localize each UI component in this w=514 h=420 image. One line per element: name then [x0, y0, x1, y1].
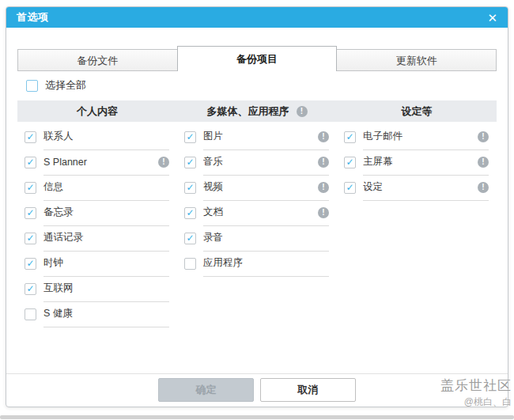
tab-update-software[interactable]: 更新软件 — [336, 49, 497, 71]
info-icon[interactable]: ! — [478, 131, 489, 142]
column-header-label: 个人内容 — [77, 104, 118, 119]
item-row-inner: 通话记录 — [43, 225, 169, 252]
column-personal-content: ✓ 联系人 ✓ S Planner ! ✓ 信息 ✓ 备忘录 ✓ 通话记录 — [17, 124, 177, 327]
dialog-title: 首选项 — [17, 10, 49, 25]
column-header-label: 多媒体、应用程序 — [207, 104, 289, 119]
item-row-inner: 图片 ! — [203, 124, 329, 150]
item-label: 通话记录 — [43, 231, 158, 244]
tab-backup-files[interactable]: 备份文件 — [17, 49, 178, 71]
item-label: 文档 — [203, 206, 318, 219]
item-row: 应用程序 — [184, 251, 329, 276]
item-row: ✓ 音乐 ! — [184, 149, 329, 175]
item-checkbox[interactable]: ✓ — [184, 157, 196, 168]
item-checkbox[interactable]: ✓ — [25, 258, 36, 270]
item-row-inner: 电子邮件 ! — [363, 124, 489, 150]
item-row-inner: 时钟 — [43, 251, 169, 277]
item-checkbox[interactable]: ✓ — [344, 131, 356, 143]
column-headers: 个人内容 多媒体、应用程序 ! 设定等 — [17, 100, 497, 122]
item-checkbox[interactable]: ✓ — [344, 182, 356, 194]
info-icon[interactable]: ! — [478, 182, 489, 193]
cancel-button[interactable]: 取消 — [260, 378, 356, 402]
ok-button[interactable]: 确定 — [158, 378, 254, 402]
item-checkbox[interactable]: ✓ — [25, 157, 36, 168]
item-label: 录音 — [203, 231, 318, 244]
item-row: ✓ S Planner ! — [25, 149, 169, 175]
item-row: ✓ 录音 — [184, 225, 329, 251]
item-row-inner: 设定 ! — [363, 175, 489, 201]
item-checkbox[interactable]: ✓ — [25, 182, 36, 194]
item-row: ✓ 图片 ! — [184, 124, 329, 149]
info-icon[interactable]: ! — [297, 106, 308, 117]
item-row: ✓ 主屏幕 ! — [344, 149, 489, 175]
column-header-label: 设定等 — [402, 104, 433, 119]
column-header-settings: 设定等 — [337, 104, 497, 119]
item-row: S 健康 — [25, 301, 169, 327]
info-icon[interactable]: ! — [478, 157, 489, 168]
item-label: 视频 — [203, 180, 318, 194]
select-all-row[interactable]: 选择全部 — [26, 78, 497, 93]
info-icon[interactable]: ! — [318, 207, 329, 218]
item-label: 时钟 — [43, 256, 158, 270]
item-row: ✓ 文档 ! — [184, 200, 329, 225]
item-checkbox[interactable] — [184, 258, 196, 270]
column-settings-etc: ✓ 电子邮件 ! ✓ 主屏幕 ! ✓ 设定 ! — [337, 124, 497, 327]
info-icon[interactable]: ! — [318, 131, 329, 142]
item-checkbox[interactable]: ✓ — [184, 131, 196, 143]
item-row-inner: 信息 — [43, 175, 169, 201]
item-row: ✓ 信息 — [25, 175, 169, 200]
item-checkbox[interactable]: ✓ — [184, 233, 196, 244]
item-row-inner: S 健康 — [43, 301, 169, 327]
item-label: 图片 — [203, 130, 318, 143]
item-label: 设定 — [363, 180, 478, 194]
item-label: 电子邮件 — [363, 130, 478, 143]
item-label: 联系人 — [43, 130, 158, 143]
column-header-multimedia: 多媒体、应用程序 ! — [177, 104, 337, 119]
item-label: 互联网 — [43, 282, 158, 295]
item-row: ✓ 通话记录 — [25, 225, 169, 251]
item-row: ✓ 设定 ! — [344, 175, 489, 200]
item-row: ✓ 备忘录 — [25, 200, 169, 225]
item-checkbox[interactable]: ✓ — [184, 207, 196, 219]
tab-backup-items[interactable]: 备份项目 — [177, 46, 338, 71]
info-icon[interactable]: ! — [158, 157, 169, 168]
item-row-inner: 联系人 — [43, 124, 169, 150]
item-label: 信息 — [43, 180, 158, 194]
column-header-personal: 个人内容 — [17, 104, 177, 119]
item-row-inner: 文档 ! — [203, 200, 329, 226]
item-checkbox[interactable]: ✓ — [25, 131, 36, 143]
preferences-dialog: 首选项 ✕ 备份文件 备份项目 更新软件 选择全部 个人内容 多媒体、应用程序 … — [6, 6, 508, 407]
item-row: ✓ 联系人 — [25, 124, 169, 149]
item-row: ✓ 时钟 — [25, 251, 169, 276]
item-checkbox[interactable]: ✓ — [25, 283, 36, 295]
item-label: S 健康 — [43, 307, 158, 320]
item-label: 应用程序 — [203, 256, 318, 270]
item-row-inner: 音乐 ! — [203, 149, 329, 176]
select-all-label: 选择全部 — [45, 78, 86, 93]
item-checkbox[interactable]: ✓ — [25, 207, 36, 219]
item-row-inner: 主屏幕 ! — [363, 149, 489, 176]
item-row-inner: 视频 ! — [203, 175, 329, 201]
page-bottom-divider — [0, 415, 514, 419]
select-all-checkbox[interactable] — [26, 80, 38, 92]
item-label: 备忘录 — [43, 206, 158, 219]
item-checkbox[interactable]: ✓ — [25, 233, 36, 244]
item-label: 主屏幕 — [363, 155, 478, 168]
info-icon[interactable]: ! — [318, 157, 329, 168]
item-checkbox[interactable]: ✓ — [344, 157, 356, 168]
page: 首选项 ✕ 备份文件 备份项目 更新软件 选择全部 个人内容 多媒体、应用程序 … — [0, 0, 514, 420]
dialog-titlebar[interactable]: 首选项 ✕ — [6, 7, 508, 28]
info-icon[interactable]: ! — [318, 182, 329, 193]
column-multimedia-apps: ✓ 图片 ! ✓ 音乐 ! ✓ 视频 ! ✓ 文档 ! ✓ 录音 — [177, 124, 337, 327]
item-label: S Planner — [43, 157, 158, 168]
item-checkbox[interactable]: ✓ — [184, 182, 196, 194]
close-icon[interactable]: ✕ — [487, 12, 497, 24]
backup-items-grid: 个人内容 多媒体、应用程序 ! 设定等 ✓ 联系人 ✓ — [17, 100, 497, 327]
item-row: ✓ 电子邮件 ! — [344, 124, 489, 149]
item-row-inner: 录音 — [203, 225, 329, 252]
tab-bar: 备份文件 备份项目 更新软件 — [17, 46, 497, 71]
item-row: ✓ 视频 ! — [184, 175, 329, 200]
item-row: ✓ 互联网 — [25, 276, 169, 301]
columns: ✓ 联系人 ✓ S Planner ! ✓ 信息 ✓ 备忘录 ✓ 通话记录 — [17, 124, 497, 327]
item-checkbox[interactable] — [25, 308, 36, 320]
item-row-inner: 应用程序 — [203, 251, 329, 277]
